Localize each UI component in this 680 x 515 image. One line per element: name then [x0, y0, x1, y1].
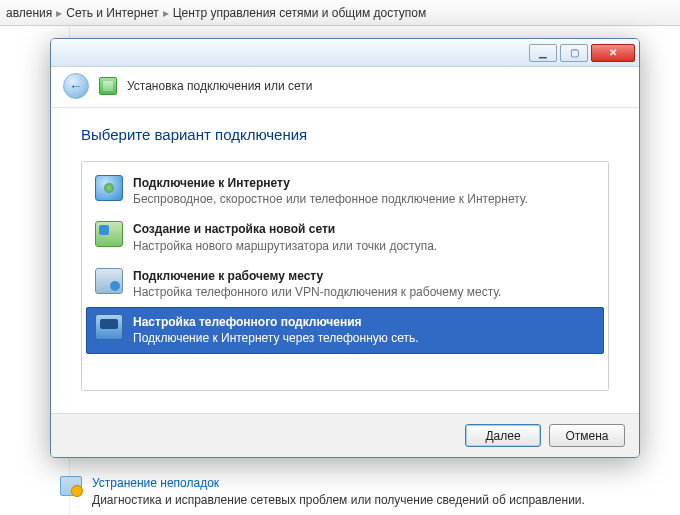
option-subtitle: Беспроводное, скоростное или телефонное … — [133, 191, 528, 207]
troubleshoot-description: Диагностика и исправление сетевых пробле… — [92, 493, 585, 507]
option-title: Настройка телефонного подключения — [133, 314, 419, 330]
titlebar[interactable]: ▁ ▢ ✕ — [51, 39, 639, 67]
wizard-title: Установка подключения или сети — [127, 79, 312, 93]
option-internet[interactable]: Подключение к Интернету Беспроводное, ск… — [86, 168, 604, 214]
options-list: Подключение к Интернету Беспроводное, ск… — [81, 161, 609, 391]
next-button[interactable]: Далее — [465, 424, 541, 447]
modem-icon — [95, 314, 123, 340]
option-title: Подключение к рабочему месту — [133, 268, 501, 284]
router-icon — [95, 221, 123, 247]
wizard-header: ← Установка подключения или сети — [51, 67, 639, 108]
wizard-footer: Далее Отмена — [51, 413, 639, 457]
option-subtitle: Настройка телефонного или VPN-подключени… — [133, 284, 501, 300]
globe-icon — [95, 175, 123, 201]
troubleshoot-block: Устранение неполадок Диагностика и испра… — [60, 476, 585, 507]
breadcrumb-seg[interactable]: Сеть и Интернет — [66, 6, 158, 20]
option-dialup[interactable]: Настройка телефонного подключения Подклю… — [86, 307, 604, 353]
chevron-right-icon: ▸ — [163, 6, 169, 20]
network-setup-icon — [99, 77, 117, 95]
option-title: Создание и настройка новой сети — [133, 221, 437, 237]
close-button[interactable]: ✕ — [591, 44, 635, 62]
maximize-button[interactable]: ▢ — [560, 44, 588, 62]
back-button[interactable]: ← — [63, 73, 89, 99]
wizard-dialog: ▁ ▢ ✕ ← Установка подключения или сети В… — [50, 38, 640, 458]
workplace-icon — [95, 268, 123, 294]
chevron-right-icon: ▸ — [56, 6, 62, 20]
breadcrumb[interactable]: авления ▸ Сеть и Интернет ▸ Центр управл… — [0, 0, 680, 26]
minimize-button[interactable]: ▁ — [529, 44, 557, 62]
breadcrumb-seg[interactable]: авления — [6, 6, 52, 20]
wizard-heading: Выберите вариант подключения — [81, 126, 609, 143]
option-new-network[interactable]: Создание и настройка новой сети Настройк… — [86, 214, 604, 260]
breadcrumb-seg[interactable]: Центр управления сетями и общим доступом — [173, 6, 427, 20]
cancel-button[interactable]: Отмена — [549, 424, 625, 447]
option-workplace[interactable]: Подключение к рабочему месту Настройка т… — [86, 261, 604, 307]
option-subtitle: Настройка нового маршрутизатора или точк… — [133, 238, 437, 254]
arrow-left-icon: ← — [69, 78, 83, 94]
option-title: Подключение к Интернету — [133, 175, 528, 191]
troubleshoot-link[interactable]: Устранение неполадок — [92, 476, 585, 490]
option-subtitle: Подключение к Интернету через телефонную… — [133, 330, 419, 346]
troubleshoot-icon — [60, 476, 82, 496]
